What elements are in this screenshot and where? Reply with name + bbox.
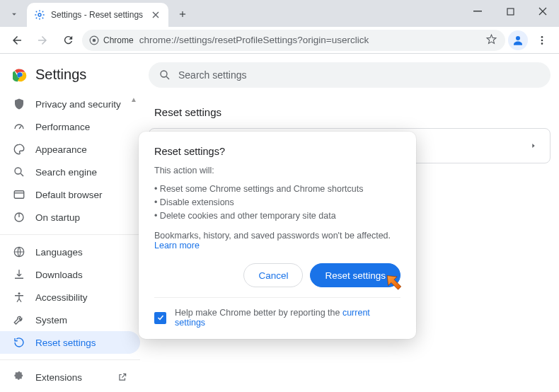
chrome-menu-button[interactable] (531, 35, 553, 46)
sidebar-item-default-browser[interactable]: Default browser (0, 183, 140, 206)
reset-settings-dialog: Reset settings? This action will: Reset … (139, 132, 416, 339)
window-maximize-button[interactable] (494, 0, 526, 23)
puzzle-icon (13, 371, 25, 384)
accessibility-icon (13, 291, 25, 304)
sidebar-item-system[interactable]: System (0, 309, 140, 331)
bookmark-star-button[interactable] (485, 33, 498, 47)
site-chip-label: Chrome (103, 35, 134, 45)
reload-icon (62, 34, 74, 46)
nav-label: Search engine (35, 167, 97, 178)
svg-point-6 (541, 36, 543, 38)
svg-point-15 (18, 292, 21, 294)
cancel-button[interactable]: Cancel (243, 263, 303, 287)
url-text: chrome://settings/resetProfileSettings?o… (139, 35, 480, 45)
close-icon (538, 7, 547, 16)
nav-label: Reset settings (35, 338, 96, 348)
nav-label: Default browser (35, 190, 103, 200)
sidebar-item-extensions[interactable]: Extensions (0, 366, 140, 388)
sidebar-item-about-chrome[interactable]: About Chrome (0, 388, 140, 392)
svg-rect-2 (507, 8, 514, 15)
forward-button[interactable] (31, 29, 54, 52)
dialog-bullet-list: Reset some Chrome settings and Chrome sh… (154, 183, 400, 222)
section-title: Reset settings (154, 106, 545, 118)
checkbox-label: Help make Chrome better by reporting the… (175, 308, 400, 328)
tab-search-dropdown[interactable] (4, 4, 24, 24)
chevron-down-icon (9, 9, 19, 19)
reload-button[interactable] (57, 29, 79, 52)
svg-rect-12 (14, 191, 24, 199)
check-icon (156, 313, 165, 322)
settings-sidebar: Settings ▲ Privacy and security Performa… (0, 54, 140, 392)
nav-label: Languages (35, 247, 83, 258)
svg-point-0 (38, 13, 41, 16)
browser-tab[interactable]: Settings - Reset settings (27, 3, 168, 27)
report-settings-row: Help make Chrome better by reporting the… (154, 297, 400, 328)
learn-more-link[interactable]: Learn more (154, 241, 200, 250)
dialog-lead: This action will: (154, 166, 400, 175)
person-icon (512, 34, 524, 47)
search-placeholder: Search settings (178, 69, 247, 81)
plus-icon (178, 9, 188, 19)
dialog-bullet: Disable extensions (154, 196, 400, 209)
sidebar-item-on-startup[interactable]: On startup (0, 206, 140, 229)
report-settings-checkbox[interactable] (154, 312, 166, 324)
dialog-note: Bookmarks, history, and saved passwords … (154, 231, 400, 250)
nav-label: On startup (35, 212, 80, 223)
window-close-button[interactable] (526, 0, 559, 23)
window-minimize-button[interactable] (461, 0, 494, 23)
browser-toolbar: Chrome chrome://settings/resetProfileSet… (0, 27, 559, 54)
page-title: Settings (35, 67, 86, 83)
arrow-left-icon (11, 34, 23, 47)
reset-settings-button[interactable]: Reset settings (310, 263, 400, 287)
sidebar-item-downloads[interactable]: Downloads (0, 263, 140, 286)
shield-icon (13, 98, 25, 110)
dialog-bullet: Reset some Chrome settings and Chrome sh… (154, 183, 400, 196)
profile-avatar-button[interactable] (508, 30, 528, 50)
svg-point-8 (541, 42, 543, 45)
nav-label: Privacy and security (35, 99, 121, 110)
tab-title: Settings - Reset settings (51, 10, 144, 20)
sidebar-item-languages[interactable]: Languages (0, 241, 140, 263)
nav-label: Downloads (35, 270, 83, 280)
external-link-icon (117, 372, 127, 382)
sidebar-item-accessibility[interactable]: Accessibility (0, 286, 140, 309)
sidebar-separator (0, 234, 140, 235)
sidebar-item-appearance[interactable]: Appearance (0, 138, 140, 161)
window-titlebar: Settings - Reset settings (0, 0, 559, 27)
svg-point-7 (541, 39, 543, 41)
scroll-up-indicator[interactable]: ▲ (129, 96, 139, 103)
sidebar-item-privacy[interactable]: Privacy and security (0, 93, 140, 115)
sidebar-item-performance[interactable]: Performance (0, 115, 140, 138)
arrow-right-icon (36, 34, 49, 47)
browser-icon (13, 188, 25, 201)
reset-icon (13, 336, 25, 349)
nav-label: Accessibility (35, 292, 88, 303)
dialog-note-text: Bookmarks, history, and saved passwords … (154, 231, 391, 241)
wrench-icon (13, 313, 25, 326)
sidebar-item-search-engine[interactable]: Search engine (0, 161, 140, 183)
chrome-logo-icon (89, 35, 99, 45)
sidebar-separator (0, 359, 140, 360)
nav-label: Performance (35, 122, 90, 132)
palette-icon (13, 143, 25, 156)
site-chip: Chrome (89, 35, 134, 45)
checkbox-label-text: Help make Chrome better by reporting the (175, 308, 342, 318)
close-tab-button[interactable] (150, 9, 161, 21)
star-icon (485, 33, 497, 45)
svg-rect-1 (473, 11, 482, 12)
address-bar[interactable]: Chrome chrome://settings/resetProfileSet… (82, 30, 505, 51)
chevron-right-icon (530, 140, 537, 151)
back-button[interactable] (6, 29, 28, 52)
svg-point-5 (516, 36, 520, 40)
new-tab-button[interactable] (173, 4, 192, 24)
settings-gear-icon (34, 9, 45, 21)
download-icon (13, 268, 25, 281)
nav-label: Extensions (35, 372, 82, 383)
nav-label: Appearance (35, 144, 87, 155)
speedometer-icon (13, 120, 25, 133)
globe-icon (13, 246, 25, 258)
settings-search-input[interactable]: Search settings (149, 62, 551, 88)
nav-label: System (35, 315, 67, 325)
sidebar-item-reset-settings[interactable]: Reset settings (0, 331, 140, 354)
svg-point-18 (161, 71, 167, 77)
